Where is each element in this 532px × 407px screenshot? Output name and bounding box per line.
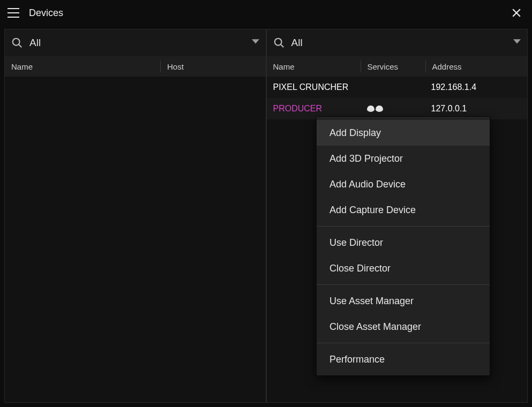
menu-separator xyxy=(317,343,490,343)
search-icon xyxy=(273,37,285,49)
titlebar: Devices xyxy=(0,0,532,26)
menu-item[interactable]: Add Capture Device xyxy=(317,197,490,223)
svg-marker-4 xyxy=(252,39,259,43)
menu-item[interactable]: Performance xyxy=(317,346,490,372)
devices-window: Devices All xyxy=(0,0,532,407)
svg-point-2 xyxy=(13,39,20,46)
cell-name: PIXEL CRUNCHER xyxy=(267,82,361,92)
menu-item[interactable]: Use Asset Manager xyxy=(317,288,490,314)
menu-icon[interactable] xyxy=(8,8,19,18)
right-col-name[interactable]: Name xyxy=(267,56,361,77)
menu-item[interactable]: Close Director xyxy=(317,255,490,281)
menu-item[interactable]: Use Director xyxy=(317,230,490,255)
close-button[interactable] xyxy=(508,6,524,20)
left-column-header: Name Host xyxy=(5,56,266,77)
service-indicator-icon xyxy=(376,105,383,112)
left-rows xyxy=(5,77,266,402)
context-menu: Add DisplayAdd 3D ProjectorAdd Audio Dev… xyxy=(316,116,490,376)
menu-separator xyxy=(317,284,490,285)
left-filter-label: All xyxy=(29,37,252,49)
svg-marker-7 xyxy=(513,39,521,43)
cell-address: 192.168.1.4 xyxy=(425,82,528,92)
left-panel: All Name Host xyxy=(4,29,266,403)
right-filter-label: All xyxy=(291,37,514,49)
svg-line-6 xyxy=(281,44,283,47)
right-search-row[interactable]: All xyxy=(267,29,528,56)
window-title: Devices xyxy=(29,7,508,19)
service-indicator-icon xyxy=(367,105,374,112)
right-col-address[interactable]: Address xyxy=(426,56,528,77)
svg-point-5 xyxy=(274,39,281,46)
right-col-services[interactable]: Services xyxy=(361,56,425,77)
left-col-host[interactable]: Host xyxy=(161,56,266,77)
cell-services xyxy=(361,105,425,112)
table-row[interactable]: PIXEL CRUNCHER192.168.1.4 xyxy=(267,77,528,98)
menu-item[interactable]: Add Display xyxy=(317,120,490,146)
left-search-row[interactable]: All xyxy=(5,29,266,56)
cell-name: PRODUCER xyxy=(267,104,361,114)
chevron-down-icon[interactable] xyxy=(513,39,521,47)
menu-separator xyxy=(317,226,490,227)
chevron-down-icon[interactable] xyxy=(252,39,259,47)
search-icon xyxy=(11,37,23,49)
right-column-header: Name Services Address xyxy=(267,56,528,77)
menu-item[interactable]: Close Asset Manager xyxy=(317,314,490,340)
svg-line-3 xyxy=(19,44,21,47)
left-col-name[interactable]: Name xyxy=(5,56,160,77)
menu-item[interactable]: Add 3D Projector xyxy=(317,146,490,171)
cell-address: 127.0.0.1 xyxy=(425,104,528,114)
menu-item[interactable]: Add Audio Device xyxy=(317,171,490,197)
